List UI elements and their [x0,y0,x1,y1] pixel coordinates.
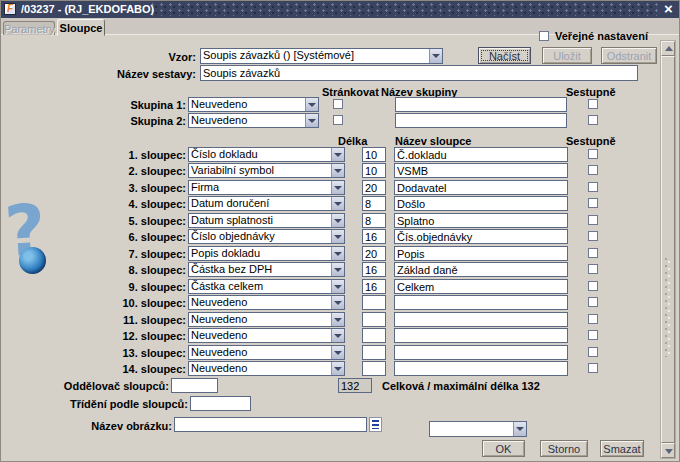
ok-button[interactable]: OK [482,440,525,457]
verejne-nastaveni-checkbox[interactable] [539,31,549,41]
col3-sestupne-checkbox[interactable] [588,182,598,192]
col12-length-input[interactable] [362,328,386,343]
col10-length-input[interactable] [362,295,386,310]
col2-type-select[interactable]: Variabilní symbol [188,163,345,178]
col1-name-input[interactable] [394,147,568,162]
col6-type-select[interactable]: Číslo objednávky [188,229,345,244]
col13-dropdown-button[interactable] [331,346,344,359]
col4-name-input[interactable] [394,196,568,211]
close-button[interactable]: × [661,1,676,17]
col10-sestupne-checkbox[interactable] [588,297,598,307]
col8-name-input[interactable] [394,262,568,277]
group1-sestupne-checkbox[interactable] [588,99,598,109]
col10-type-select[interactable]: Neuvedeno [188,295,345,310]
col12-dropdown-button[interactable] [331,329,344,342]
col8-sestupne-checkbox[interactable] [588,264,598,274]
odstranit-button[interactable]: Odstranit [601,47,657,64]
col9-sestupne-checkbox[interactable] [588,281,598,291]
col7-length-input[interactable] [362,246,386,261]
obrazek-select[interactable] [429,421,527,437]
col14-sestupne-checkbox[interactable] [588,363,598,373]
col7-sestupne-checkbox[interactable] [588,248,598,258]
obrazek-input[interactable] [174,417,367,432]
col13-length-input[interactable] [362,345,386,360]
col5-sestupne-checkbox[interactable] [588,215,598,225]
col8-type-select[interactable]: Částka bez DPH [188,262,345,277]
group2-type-select[interactable]: Neuvedeno [188,113,319,128]
col5-length-input[interactable] [362,213,386,228]
group2-dropdown-button[interactable] [305,114,318,127]
col9-name-input[interactable] [394,279,568,294]
col2-dropdown-button[interactable] [331,164,344,177]
col11-dropdown-button[interactable] [331,313,344,326]
tab-parametry[interactable]: Parametry [3,21,55,35]
col3-dropdown-button[interactable] [331,181,344,194]
trideni-input[interactable] [190,396,251,411]
col3-name-input[interactable] [394,180,568,195]
oddelovac-input[interactable] [171,378,218,393]
col6-sestupne-checkbox[interactable] [588,231,598,241]
vertical-scrollbar[interactable] [660,40,676,459]
col1-type-select[interactable]: Číslo dokladu [188,147,345,162]
col4-length-input[interactable] [362,196,386,211]
col6-name-input[interactable] [394,229,568,244]
col6-dropdown-button[interactable] [331,230,344,243]
col14-type-select[interactable]: Neuvedeno [188,361,345,376]
ulozit-button[interactable]: Uložit [542,47,592,64]
group1-type-select[interactable]: Neuvedeno [188,97,319,112]
col14-name-input[interactable] [394,361,568,376]
col13-name-input[interactable] [394,345,568,360]
title-bar[interactable]: F /03237 - (RJ_EKDOFABO) × [1,1,679,18]
col5-type-select[interactable]: Datum splatnosti [188,213,345,228]
smazat-button[interactable]: Smazat [600,440,644,457]
col2-name-input[interactable] [394,163,568,178]
col9-length-input[interactable] [362,279,386,294]
obrazek-dropdown-button[interactable] [513,422,526,436]
col7-name-input[interactable] [394,246,568,261]
col7-dropdown-button[interactable] [331,247,344,260]
col8-dropdown-button[interactable] [331,263,344,276]
col1-dropdown-button[interactable] [331,148,344,161]
col11-type-select[interactable]: Neuvedeno [188,312,345,327]
col3-type-select[interactable]: Firma [188,180,345,195]
group2-name-input[interactable] [395,113,567,128]
group2-sestupne-checkbox[interactable] [588,115,598,125]
storno-button[interactable]: Storno [540,440,588,457]
col10-name-input[interactable] [394,295,568,310]
col11-sestupne-checkbox[interactable] [588,314,598,324]
col2-length-input[interactable] [362,163,386,178]
col11-length-input[interactable] [362,312,386,327]
col10-dropdown-button[interactable] [331,296,344,309]
col12-sestupne-checkbox[interactable] [588,330,598,340]
nazev-sestavy-input[interactable] [200,65,638,81]
group1-name-input[interactable] [395,97,567,112]
col4-sestupne-checkbox[interactable] [588,198,598,208]
scroll-up-button[interactable] [661,41,675,56]
col11-name-input[interactable] [394,312,568,327]
col12-name-input[interactable] [394,328,568,343]
col4-dropdown-button[interactable] [331,197,344,210]
scroll-down-button[interactable] [661,443,675,458]
scroll-thumb[interactable] [661,56,675,443]
obrazek-lov-button[interactable] [369,417,382,432]
col1-length-input[interactable] [362,147,386,162]
col5-dropdown-button[interactable] [331,214,344,227]
col4-type-select[interactable]: Datum doručení [188,196,345,211]
vzor-select[interactable]: Soupis závazků () [Systémové] [200,48,443,64]
col5-name-input[interactable] [394,213,568,228]
col7-type-select[interactable]: Popis dokladu [188,246,345,261]
nacist-button[interactable]: Načíst [478,47,531,64]
col12-type-select[interactable]: Neuvedeno [188,328,345,343]
group1-dropdown-button[interactable] [305,98,318,111]
col13-sestupne-checkbox[interactable] [588,347,598,357]
group2-strankovat-checkbox[interactable] [333,115,343,125]
col14-length-input[interactable] [362,361,386,376]
col6-length-input[interactable] [362,229,386,244]
col9-dropdown-button[interactable] [331,280,344,293]
group1-strankovat-checkbox[interactable] [333,99,343,109]
col13-type-select[interactable]: Neuvedeno [188,345,345,360]
col3-length-input[interactable] [362,180,386,195]
col2-sestupne-checkbox[interactable] [588,165,598,175]
col14-dropdown-button[interactable] [331,362,344,375]
col9-type-select[interactable]: Částka celkem [188,279,345,294]
